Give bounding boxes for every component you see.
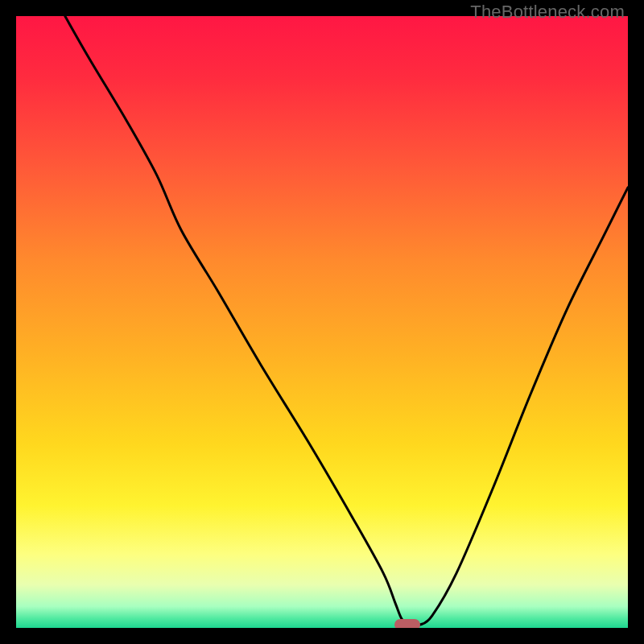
- watermark-text: TheBottleneck.com: [470, 2, 625, 23]
- plot-area: [16, 16, 628, 628]
- bottleneck-curve: [16, 16, 628, 628]
- chart-frame: TheBottleneck.com: [0, 0, 644, 644]
- optimal-marker-pill: [394, 619, 420, 628]
